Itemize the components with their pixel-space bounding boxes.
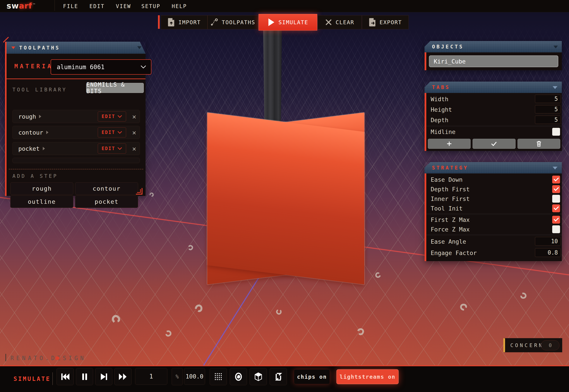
depth-first-checkbox[interactable] (552, 185, 560, 193)
add-step-rough-button[interactable]: rough (10, 182, 73, 195)
tabs-panel-header[interactable]: TABS (425, 82, 562, 93)
engage-factor-input[interactable] (535, 248, 561, 257)
simulate-play-icon (267, 18, 275, 26)
strategy-panel-header[interactable]: STRATEGY (425, 162, 562, 173)
delete-step-icon[interactable]: ✕ (132, 129, 136, 136)
force-z-max-row: Force Z Max (426, 224, 562, 234)
skip-start-button[interactable] (56, 368, 74, 385)
ease-angle-row: Ease Angle (426, 236, 562, 247)
add-step-outline-button[interactable]: outline (10, 196, 73, 208)
stock-view-button[interactable] (250, 368, 267, 385)
chevron-down-icon (140, 65, 146, 69)
tool-row-rough[interactable]: rough EDIT ✕ (13, 110, 140, 123)
add-step-contour-button[interactable]: contour (75, 182, 138, 195)
chevron-down-icon[interactable] (553, 86, 557, 89)
force-z-max-checkbox[interactable] (552, 225, 560, 233)
toolpaths-panel-header[interactable]: TOOLPATHS (7, 42, 146, 54)
toolpaths-button[interactable]: TOOLPATHS (208, 15, 258, 29)
grid-toggle-button[interactable] (210, 368, 227, 385)
expand-caret-icon[interactable] (46, 131, 48, 134)
tool-row-pocket[interactable]: pocket EDIT ✕ (13, 142, 140, 155)
eye-icon (234, 373, 243, 381)
expand-caret-icon[interactable] (39, 115, 41, 118)
stock-outline-icon (275, 373, 282, 381)
depth-row: Depth (426, 115, 562, 125)
edit-button[interactable]: EDIT (98, 127, 126, 138)
lightstreams-toggle-button[interactable]: lightstreams on (336, 369, 399, 384)
delete-tabs-button[interactable] (517, 139, 560, 149)
plus-icon (446, 141, 452, 147)
import-icon (167, 18, 175, 26)
material-select[interactable]: aluminum 6061 (51, 59, 152, 75)
tab-block-right (207, 112, 364, 284)
visibility-toggle-button[interactable] (230, 368, 247, 385)
height-input[interactable] (535, 105, 561, 113)
percent-label: % (172, 368, 183, 385)
workpiece-cube (207, 122, 364, 275)
simulate-button[interactable]: SIMULATE (259, 14, 317, 30)
chips-toggle-button[interactable]: chips on (294, 369, 330, 384)
panel-resize-handle-inner (137, 189, 141, 193)
tabs-panel: TABS Width Height Depth Midline (425, 82, 562, 151)
tabs-panel-body: Width Height Depth Midline (425, 93, 562, 151)
concerns-badge[interactable]: CONCERNS 0 (503, 338, 562, 352)
export-icon (369, 18, 376, 26)
add-tab-button[interactable] (428, 139, 471, 149)
row-divider (426, 126, 562, 126)
clear-button[interactable]: CLEAR (318, 15, 362, 29)
confirm-tabs-button[interactable] (472, 139, 515, 149)
inner-first-row: Inner First (426, 194, 562, 204)
menu-setup[interactable]: SETUP (141, 3, 160, 9)
width-input[interactable] (535, 95, 561, 103)
export-button[interactable]: EXPORT (362, 15, 409, 29)
pause-button[interactable] (76, 368, 93, 385)
clear-x-icon (325, 19, 332, 26)
chevron-down-icon[interactable] (137, 46, 142, 49)
step-forward-button[interactable] (95, 368, 112, 385)
collapse-triangle-icon (11, 46, 15, 49)
menu-file[interactable]: FILE (63, 3, 78, 9)
delete-step-icon[interactable]: ✕ (132, 145, 136, 153)
check-icon (491, 141, 497, 146)
tool-row-contour[interactable]: contour EDIT ✕ (13, 126, 140, 139)
toolbar-accent-bar (158, 15, 160, 29)
frame-number-input[interactable] (135, 368, 167, 385)
menu-view[interactable]: VIEW (116, 3, 131, 9)
chevron-down-icon[interactable] (554, 46, 558, 48)
ease-down-row: Ease Down (426, 175, 562, 184)
ease-angle-input[interactable] (535, 237, 561, 246)
app-logo: swarf™ (7, 1, 36, 10)
watermark-dot (56, 356, 59, 360)
expand-caret-icon[interactable] (43, 147, 45, 150)
menu-divider (55, 0, 55, 11)
import-button[interactable]: IMPORT (161, 15, 208, 29)
objects-panel-header[interactable]: OBJECTS (425, 41, 562, 52)
watermark-tick (5, 354, 6, 361)
speed-percent-input[interactable] (184, 368, 205, 385)
strategy-panel-body: Ease Down Depth First Inner First Tool I… (425, 173, 562, 261)
inner-first-checkbox[interactable] (552, 195, 560, 203)
edit-button[interactable]: EDIT (98, 112, 126, 122)
dashed-divider (9, 169, 143, 169)
delete-step-icon[interactable]: ✕ (132, 113, 136, 120)
tool-init-checkbox[interactable] (552, 204, 560, 212)
midline-checkbox[interactable] (552, 128, 560, 136)
fast-forward-button[interactable] (114, 368, 132, 385)
objects-panel: OBJECTS Kiri_Cube (425, 41, 562, 70)
toolpaths-icon (210, 18, 218, 26)
fast-forward-icon (119, 373, 127, 380)
trademark: ™ (32, 3, 36, 6)
stock-outline-button[interactable] (270, 368, 287, 385)
objects-panel-body: Kiri_Cube (425, 52, 562, 70)
edit-button[interactable]: EDIT (98, 143, 126, 154)
menu-edit[interactable]: EDIT (89, 3, 105, 9)
endmills-bits-button[interactable]: ENDMILLS & BITS (86, 83, 144, 93)
add-step-pocket-button[interactable]: pocket (75, 196, 138, 208)
menu-help[interactable]: HELP (172, 3, 187, 9)
depth-input[interactable] (535, 116, 561, 124)
ease-down-checkbox[interactable] (552, 176, 560, 183)
first-z-max-checkbox[interactable] (552, 216, 560, 224)
chevron-down-icon[interactable] (553, 167, 557, 169)
toolpaths-panel: TOOLPATHS MATERIAL aluminum 6061 TOOL LI… (5, 42, 146, 196)
object-item-kiri-cube[interactable]: Kiri_Cube (429, 56, 558, 67)
